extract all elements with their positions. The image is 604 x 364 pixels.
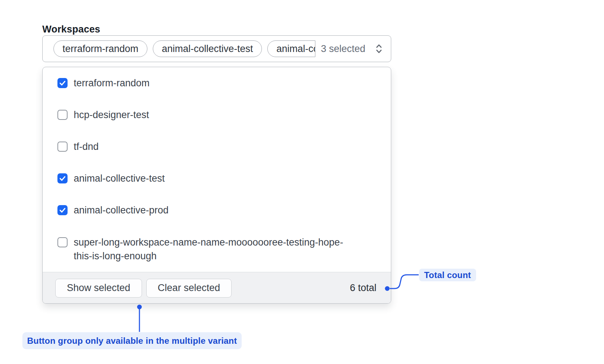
check-icon	[59, 79, 66, 87]
options-listbox: terraform-randomhcp-designer-testtf-dnda…	[43, 67, 391, 272]
option-label: tf-dnd	[74, 140, 99, 153]
checkbox-checked[interactable]	[57, 205, 68, 215]
checkbox-checked[interactable]	[57, 78, 68, 88]
selected-pill: animal-collective-test	[153, 40, 262, 57]
total-count-callout: Total count	[419, 269, 476, 281]
dropdown-panel: terraform-randomhcp-designer-testtf-dnda…	[42, 67, 391, 304]
option-row[interactable]: animal-collective-prod	[43, 194, 391, 226]
option-label: animal-collective-prod	[74, 203, 169, 217]
selected-count-text: 3 selected	[321, 43, 365, 55]
option-label: super-long-workspace-name-name-moooooore…	[74, 235, 355, 263]
selected-pill-clipped: animal-co	[267, 40, 315, 57]
option-row[interactable]: animal-collective-test	[43, 162, 391, 194]
total-count-text: 6 total	[350, 282, 382, 294]
chevron-up-down-icon	[374, 43, 384, 55]
option-label: terraform-random	[74, 76, 150, 90]
checkbox-checked[interactable]	[57, 173, 68, 183]
show-selected-button[interactable]: Show selected	[55, 279, 142, 298]
option-label: hcp-designer-test	[74, 108, 149, 122]
check-icon	[59, 174, 66, 182]
option-row[interactable]: terraform-random	[43, 67, 391, 99]
checkbox-unchecked[interactable]	[57, 237, 68, 247]
option-row[interactable]: hcp-designer-test	[43, 99, 391, 131]
selected-pill: terraform-random	[53, 40, 147, 57]
supers-select-demo: Workspaces terraform-random animal-colle…	[0, 0, 604, 364]
option-row[interactable]: super-long-workspace-name-name-moooooore…	[43, 226, 391, 272]
workspaces-multiselect-trigger[interactable]: terraform-random animal-collective-test …	[42, 35, 391, 62]
option-row[interactable]: tf-dnd	[43, 131, 391, 162]
clear-selected-button[interactable]: Clear selected	[146, 279, 232, 298]
button-group-callout: Button group only available in the multi…	[22, 332, 242, 349]
dropdown-footer: Show selected Clear selected 6 total	[43, 272, 391, 304]
option-label: animal-collective-test	[74, 172, 165, 185]
selected-pills-wrap: terraform-random animal-collective-test …	[53, 40, 315, 57]
checkbox-unchecked[interactable]	[57, 142, 68, 152]
check-icon	[59, 206, 66, 214]
field-label: Workspaces	[42, 24, 100, 35]
checkbox-unchecked[interactable]	[57, 110, 68, 120]
